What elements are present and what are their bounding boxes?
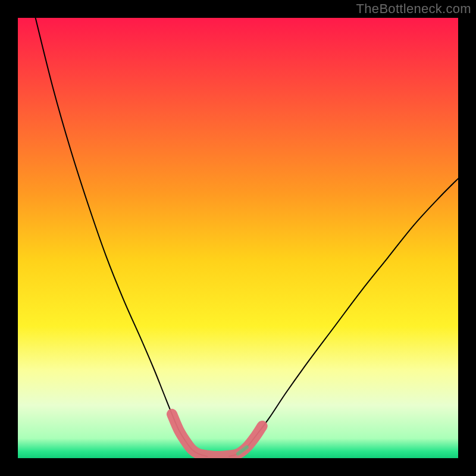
gradient-background [18, 18, 458, 458]
chart-frame: TheBottleneck.com [0, 0, 476, 476]
plot-area [18, 18, 458, 458]
watermark-text: TheBottleneck.com [356, 1, 471, 17]
chart-svg [18, 18, 458, 458]
